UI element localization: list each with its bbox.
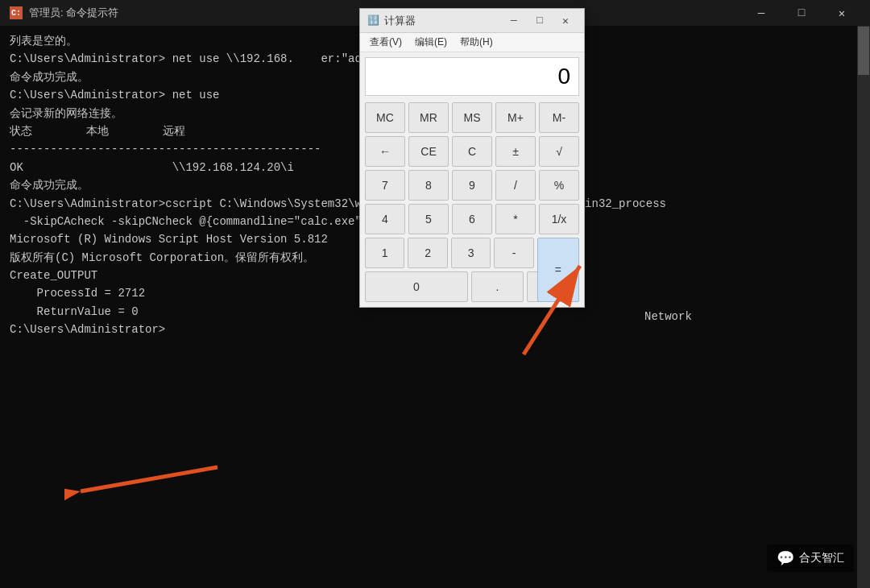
calc-display: 0 <box>365 57 579 96</box>
calc-btn-7[interactable]: 7 <box>365 170 405 201</box>
watermark-icon: 💬 <box>777 549 794 567</box>
cmd-scrollbar-thumb[interactable] <box>858 27 869 75</box>
calc-btn-4[interactable]: 4 <box>365 204 405 234</box>
calc-titlebar: 🔢 计算器 — □ ✕ <box>360 9 584 33</box>
watermark-text: 合天智汇 <box>799 551 844 565</box>
cmd-scrollbar[interactable] <box>857 26 870 588</box>
network-label: Network <box>644 310 692 323</box>
cmd-icon: C: <box>10 6 23 19</box>
calc-btn-multiply[interactable]: * <box>495 204 536 234</box>
calc-row-456: 4 5 6 * 1/x <box>365 204 579 234</box>
cmd-minimize-button[interactable]: — <box>743 0 780 26</box>
calc-btn-3[interactable]: 3 <box>451 238 491 268</box>
calc-btn-sqrt[interactable]: √ <box>539 136 579 167</box>
calc-icon: 🔢 <box>367 14 379 27</box>
calc-titlebar-buttons: — □ ✕ <box>502 12 578 30</box>
calc-btn-8[interactable]: 8 <box>408 170 449 201</box>
calc-button-area: MC MR MS M+ M- ← CE C ± √ 7 8 9 / % 4 5 … <box>360 99 584 307</box>
calc-btn-5[interactable]: 5 <box>408 204 449 234</box>
cmd-maximize-button[interactable]: □ <box>783 0 820 26</box>
calc-btn-percent[interactable]: % <box>539 170 579 201</box>
calc-btn-ms[interactable]: MS <box>452 102 492 133</box>
calc-row-123: 1 2 3 - = <box>365 238 579 268</box>
cmd-prompt: C:\Users\Administrator> <box>10 321 860 338</box>
calc-btn-mr[interactable]: MR <box>408 102 449 133</box>
calc-menubar: 查看(V) 编辑(E) 帮助(H) <box>360 33 584 52</box>
calc-btn-subtract[interactable]: - <box>494 238 533 268</box>
calc-btn-2[interactable]: 2 <box>408 238 447 268</box>
calc-btn-equals[interactable]: = <box>537 238 579 302</box>
calc-btn-backspace[interactable]: ← <box>365 136 405 167</box>
calc-close-button[interactable]: ✕ <box>553 12 578 30</box>
cmd-titlebar-buttons: — □ ✕ <box>743 0 860 26</box>
calc-maximize-button[interactable]: □ <box>528 12 552 30</box>
calc-menu-view[interactable]: 查看(V) <box>363 34 408 51</box>
calc-btn-decimal[interactable]: . <box>471 271 524 302</box>
calc-menu-edit[interactable]: 编辑(E) <box>408 34 454 51</box>
calc-btn-mplus[interactable]: M+ <box>495 102 536 133</box>
calc-btn-6[interactable]: 6 <box>452 204 492 234</box>
calc-btn-mminus[interactable]: M- <box>539 102 579 133</box>
calc-row-clear: ← CE C ± √ <box>365 136 579 167</box>
calc-btn-9[interactable]: 9 <box>452 170 492 201</box>
calc-row-789: 7 8 9 / % <box>365 170 579 201</box>
cmd-close-button[interactable]: ✕ <box>823 0 860 26</box>
calc-display-value: 0 <box>557 64 570 89</box>
calc-btn-ce[interactable]: CE <box>408 136 449 167</box>
calc-row-memory: MC MR MS M+ M- <box>365 102 579 133</box>
calc-title: 计算器 <box>384 14 502 28</box>
calc-btn-0[interactable]: 0 <box>365 271 468 302</box>
watermark: 💬 合天智汇 <box>767 545 854 572</box>
calc-btn-plusminus[interactable]: ± <box>495 136 536 167</box>
calc-minimize-button[interactable]: — <box>502 12 526 30</box>
calc-btn-reciprocal[interactable]: 1/x <box>539 204 579 234</box>
calc-btn-mc[interactable]: MC <box>365 102 405 133</box>
calc-window: 🔢 计算器 — □ ✕ 查看(V) 编辑(E) 帮助(H) 0 MC MR MS… <box>359 8 585 308</box>
calc-btn-1[interactable]: 1 <box>365 238 404 268</box>
calc-menu-help[interactable]: 帮助(H) <box>454 34 499 51</box>
calc-btn-c[interactable]: C <box>452 136 492 167</box>
calc-btn-divide[interactable]: / <box>495 170 536 201</box>
